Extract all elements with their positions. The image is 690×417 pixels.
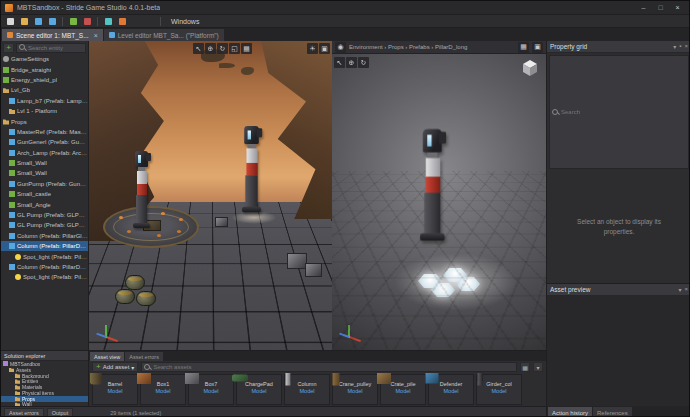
tree-item[interactable]: Energy_shield_pl xyxy=(1,75,88,85)
asset-thumbnail xyxy=(381,375,387,381)
tree-item-label: GameSettings xyxy=(11,56,49,62)
tree-item[interactable]: GunPump (Prefab: GunPump) xyxy=(1,179,88,189)
magnet-button[interactable]: ◉ xyxy=(335,42,346,53)
scale-tool-button[interactable]: ◱ xyxy=(229,43,240,54)
new-file-button[interactable] xyxy=(4,16,16,27)
gizmo-toolbar: ↖ ⊕ ↻ xyxy=(334,57,369,68)
tree-item[interactable]: Small_Wall xyxy=(1,158,88,168)
add-entity-button[interactable]: + xyxy=(3,43,14,53)
asset-search-input[interactable] xyxy=(153,364,514,370)
select-tool-button[interactable]: ↖ xyxy=(193,43,204,54)
tree-item[interactable]: Column (Prefab: PillarGlass_b) xyxy=(1,231,88,241)
view-grid-button[interactable]: ▦ xyxy=(520,362,530,372)
asset-tile[interactable]: ChargePad Model xyxy=(236,374,282,405)
tree-item[interactable]: MasterRef (Prefab: MasterRef) xyxy=(1,127,88,137)
chevron-down-icon[interactable]: ▾ xyxy=(673,43,676,50)
rotate-tool-button[interactable]: ↻ xyxy=(358,57,369,68)
column-head xyxy=(244,126,259,144)
tab-asset-view[interactable]: Asset view xyxy=(90,352,124,361)
entity-icon xyxy=(9,264,15,270)
menu-windows[interactable]: Windows xyxy=(165,15,205,28)
entity-icon xyxy=(9,139,15,145)
entity-icon xyxy=(9,243,15,249)
rotate-tool-button[interactable]: ↻ xyxy=(217,43,228,54)
redo-button[interactable] xyxy=(81,16,93,27)
scene-viewport[interactable]: ↖ ⊕ ↻ ◱ ▦ ☀ ▣ xyxy=(89,41,332,350)
asset-tile[interactable]: Crate_pile Model xyxy=(380,374,426,405)
tree-item[interactable]: GL Pump (Prefab: GLPump_Offline) xyxy=(1,210,88,220)
close-icon[interactable]: × xyxy=(684,286,688,293)
asset-tile[interactable]: Column Model xyxy=(284,374,330,405)
folder-icon xyxy=(15,390,20,395)
tree-item-label: Column (Prefab: PillarGlass_b) xyxy=(17,233,88,239)
tree-item[interactable]: Spot_light (Prefab: PillarD_long) xyxy=(1,251,88,261)
property-search[interactable] xyxy=(549,55,689,169)
snap-grid-button[interactable]: ▦ xyxy=(241,43,252,54)
add-asset-button[interactable]: + Add asset ▾ xyxy=(92,362,138,372)
tree-item[interactable]: Small_Angle xyxy=(1,199,88,209)
tree-item[interactable]: Arch_Lamp (Prefab: Arch_Lamp) xyxy=(1,148,88,158)
tree-item[interactable]: Bridge_straight xyxy=(1,64,88,74)
property-search-input[interactable] xyxy=(561,109,686,115)
status-tab-output[interactable]: Output xyxy=(47,408,74,417)
tree-item[interactable]: Lvl 1 - Platform xyxy=(1,106,88,116)
settings-button[interactable] xyxy=(116,16,128,27)
tree-item[interactable]: Column (Prefab: PillarD_long) xyxy=(1,241,88,251)
save-all-button[interactable] xyxy=(46,16,58,27)
tree-item[interactable]: GL Pump (Prefab: GLPump_Offline) xyxy=(1,220,88,230)
maximize-button[interactable]: □ xyxy=(653,2,668,13)
tree-item[interactable]: Spot_light (Prefab: PillarD_long) xyxy=(1,272,88,282)
tree-item[interactable]: Column (Prefab: PillarD_long) xyxy=(1,262,88,272)
platform-button[interactable] xyxy=(144,16,156,27)
asset-tile[interactable]: Crane_pulley Model xyxy=(332,374,378,405)
camera-button[interactable]: ▣ xyxy=(319,43,330,54)
stop-button[interactable] xyxy=(102,16,114,27)
tab-asset-errors[interactable]: Asset errors xyxy=(125,352,163,361)
tree-item[interactable]: GunGenerl (Prefab: GunGenerl) xyxy=(1,137,88,147)
tree-item[interactable]: Props xyxy=(1,116,88,126)
hierarchy-search-input[interactable] xyxy=(28,45,83,51)
tree-item[interactable]: Lvl_Gb xyxy=(1,85,88,95)
right-dock: Property grid ▾ ▪ × Select an object to … xyxy=(546,41,690,417)
tree-item[interactable]: Small_Wall xyxy=(1,168,88,178)
move-tool-button[interactable]: ⊕ xyxy=(346,57,357,68)
close-button[interactable]: × xyxy=(670,2,685,13)
save-button[interactable] xyxy=(32,16,44,27)
minimize-button[interactable]: – xyxy=(636,2,651,13)
open-button[interactable] xyxy=(18,16,30,27)
lighting-button[interactable]: ☀ xyxy=(307,43,318,54)
select-tool-button[interactable]: ↖ xyxy=(334,57,345,68)
view-options-button[interactable]: ▾ xyxy=(533,362,543,372)
tree-item[interactable]: GameSettings xyxy=(1,54,88,64)
asset-search[interactable] xyxy=(141,362,517,372)
hierarchy-search[interactable] xyxy=(16,43,86,53)
status-tab-asset-errors[interactable]: Asset errors xyxy=(4,408,44,417)
view-cube[interactable] xyxy=(520,58,540,78)
play-button[interactable] xyxy=(130,16,142,27)
tab-action-history[interactable]: Action history xyxy=(548,407,592,417)
breadcrumb[interactable]: Environment › Props › Prefabs › PillarD_… xyxy=(349,44,515,50)
move-tool-button[interactable]: ⊕ xyxy=(205,43,216,54)
asset-tile[interactable]: Barrel Model xyxy=(92,374,138,405)
tree-item-label: Column (Prefab: PillarD_long) xyxy=(17,264,88,270)
asset-tile[interactable]: Box1 Model xyxy=(140,374,186,405)
close-icon[interactable]: × xyxy=(684,43,688,50)
undo-button[interactable] xyxy=(67,16,79,27)
snap-grid-button[interactable]: ▦ xyxy=(518,42,529,53)
tree-item-label: Small_Wall xyxy=(17,170,47,176)
pin-icon[interactable]: ▪ xyxy=(679,43,681,50)
tree-item[interactable]: Lamp_b7 (Prefab: Lamp_b7) xyxy=(1,96,88,106)
asset-tile[interactable]: Defender Model xyxy=(428,374,474,405)
asset-type-badge: Model xyxy=(429,388,473,395)
asset-tile[interactable]: Girder_col Model xyxy=(476,374,522,405)
prefab-viewport[interactable]: ◉ Environment › Props › Prefabs › Pillar… xyxy=(332,41,546,350)
tab-references[interactable]: References xyxy=(593,407,632,417)
camera-button[interactable]: ▣ xyxy=(532,42,543,53)
tab-level-editor[interactable]: Level editor MBT_Sa... ("Platform") xyxy=(104,29,224,41)
asset-tile[interactable]: Box7 Model xyxy=(188,374,234,405)
asset-preview-body xyxy=(547,296,690,406)
tab-close-icon[interactable]: × xyxy=(94,32,98,39)
tree-item[interactable]: Small_castle xyxy=(1,189,88,199)
chevron-down-icon[interactable]: ▾ xyxy=(678,286,681,293)
tab-scene-editor[interactable]: Scene editor 1: MBT_S... × xyxy=(2,29,103,41)
